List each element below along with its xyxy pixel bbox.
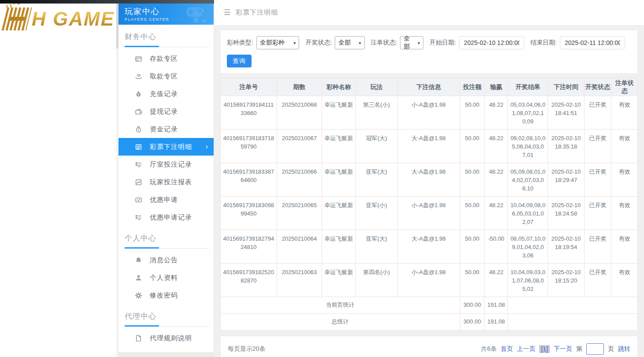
table-cell: 48.22 (485, 96, 508, 130)
table-cell: 2025-02-10 18:29:47 (548, 163, 584, 197)
jump-button[interactable]: 跳转 (618, 345, 630, 353)
query-button[interactable]: 查询 (227, 55, 252, 67)
gamepad-icon (180, 5, 209, 25)
col-header: 下注信息 (397, 78, 460, 96)
end-date-input[interactable] (560, 36, 625, 49)
table-cell: -50.00 (485, 230, 508, 264)
sidebar-item-change-password[interactable]: 修改密码 (118, 286, 214, 304)
next-page-link[interactable]: 下一页 (554, 345, 572, 353)
withdraw-hand-icon (134, 72, 142, 80)
table-cell: 50.00 (460, 264, 485, 297)
table-cell: 有效 (611, 230, 638, 264)
sidebar-bottom-track (118, 352, 214, 357)
sidebar-item-recharge-record[interactable]: ¥ 充值记录 (118, 85, 214, 103)
sidebar-item-deposit-zone[interactable]: 存款专区 (118, 50, 214, 67)
table-cell: 小-A盘@1.98 (397, 264, 460, 297)
logo-text: H GAME (32, 8, 115, 30)
table-cell: 已开奖 (584, 197, 611, 230)
draw-status-label: 开奖状态: (305, 39, 332, 47)
table-cell: 幸运飞艇新 (322, 96, 356, 130)
deposit-card-icon (134, 55, 142, 63)
sidebar-item-lottery-bet-details[interactable]: 彩票下注明细 › (118, 138, 214, 156)
sidebar-item-promo-apply[interactable]: 优惠申请 (118, 191, 214, 208)
menu-icon[interactable]: ☰ (224, 8, 230, 17)
col-header: 开奖结果 (508, 78, 548, 96)
table-cell: 05,03,04,06,01,08,07,02,10,09 (508, 96, 548, 130)
summary-label: 总统计 (221, 314, 460, 331)
start-date-input[interactable] (459, 36, 524, 49)
sidebar-item-withdraw-zone[interactable]: 取款专区 (118, 67, 214, 85)
sidebar-item-funds-record[interactable]: ¥ 资金记录 (118, 120, 214, 138)
table-cell: 2025-02-10 18:24:58 (548, 197, 584, 230)
summary-row: 当前页统计300.00191.08 (221, 297, 638, 314)
table-cell: 第三名(小) (355, 96, 397, 130)
table-cell: 2025-02-10 18:35:18 (548, 130, 584, 163)
sidebar-item-agent-rules[interactable]: 代理规则说明 (118, 329, 214, 347)
table-header-row: 注单号 期数 彩种名称 玩法 下注信息 投注额 输赢 开奖结果 下注时间 开奖状… (221, 78, 638, 96)
sidebar-item-hall-bet-record[interactable]: 厅室投注记录 (118, 156, 214, 173)
section-divider (125, 46, 209, 47)
sidebar-item-profile[interactable]: 个人资料 (118, 269, 214, 286)
table-cell: 401569173918411133660 (221, 96, 277, 130)
table-cell: 50.00 (460, 230, 485, 264)
brand-panel: H GAME (0, 0, 116, 357)
summary-row: 总统计300.00191.08 (221, 314, 638, 331)
sidebar-item-player-bet-report[interactable]: 玩家投注报表 (118, 173, 214, 191)
table-cell: 大-A盘@1.98 (397, 130, 460, 163)
table-cell: 已开奖 (584, 130, 611, 163)
summary-bet-total: 300.00 (460, 314, 485, 331)
lottery-type-select[interactable]: 全部彩种 ▾ (256, 36, 300, 49)
summary-empty (508, 297, 638, 314)
bell-icon (134, 256, 142, 264)
order-status-select[interactable]: 全部 ▾ (400, 36, 423, 49)
table-row: 40156917391825208287020250210063幸运飞艇新第四名… (221, 264, 638, 297)
table-cell: 20250210067 (277, 130, 322, 163)
table-cell: 有效 (611, 130, 638, 163)
table-cell: 小-A盘@1.98 (397, 96, 460, 130)
chevron-down-icon: ▾ (359, 41, 361, 45)
table-cell: 大-A盘@1.98 (397, 163, 460, 197)
first-page-link[interactable]: 首页 (500, 345, 513, 353)
bets-table-wrap: 注单号 期数 彩种名称 玩法 下注信息 投注额 输赢 开奖结果 下注时间 开奖状… (220, 78, 638, 331)
sidebar: 玩家中心 PLAYERS CENTER 财务中心 存款专区 取款专区 ¥ 充值记… (118, 0, 214, 357)
summary-winloss-total: 191.08 (485, 297, 508, 314)
table-cell: 50.00 (460, 197, 485, 230)
table-cell: 有效 (611, 197, 638, 230)
table-cell: 幸运飞艇新 (322, 197, 356, 230)
table-cell: 09,02,08,10,05,06,04,03,07,01 (508, 130, 548, 163)
table-cell: 已开奖 (584, 96, 611, 130)
prev-page-link[interactable]: 上一页 (517, 345, 535, 353)
table-row: 40156917391833876460020250210066幸运飞艇新亚军(… (221, 163, 638, 197)
table-cell: 20250210066 (277, 163, 322, 197)
logo[interactable]: H GAME (0, 4, 116, 34)
table-cell: 20250210065 (277, 197, 322, 230)
table-cell: 幸运飞艇新 (322, 130, 356, 163)
jump-suffix: 页 (608, 345, 614, 353)
chevron-right-icon: › (206, 143, 208, 150)
current-page[interactable]: [1] (539, 345, 550, 353)
table-cell: 401569173918309899450 (221, 197, 277, 230)
table-cell: 50.00 (460, 96, 485, 130)
table-cell: 大-A盘@1.98 (397, 230, 460, 264)
table-cell: 已开奖 (584, 230, 611, 264)
col-header: 注单号 (221, 78, 277, 96)
table-cell: 已开奖 (584, 264, 611, 297)
sidebar-item-withdraw-record[interactable]: 提现记录 (118, 103, 214, 120)
logo-mark-icon (2, 7, 32, 30)
col-header: 期数 (277, 78, 322, 96)
page-jump-input[interactable] (586, 343, 604, 355)
col-header: 输赢 (485, 78, 508, 96)
table-cell: 有效 (611, 264, 638, 297)
sidebar-item-promo-apply-record[interactable]: 优惠申请记录 (118, 208, 214, 226)
table-cell: 幸运飞艇新 (322, 163, 356, 197)
col-header: 下注时间 (548, 78, 584, 96)
table-cell: 20250210063 (277, 264, 322, 297)
sidebar-item-announcements[interactable]: 消息公告 (118, 251, 214, 269)
wallet-icon (134, 108, 142, 115)
table-cell: 第四名(小) (355, 264, 397, 297)
table-cell: 亚军(大) (355, 230, 397, 264)
page-size-text: 每页显示20条 (228, 345, 266, 353)
draw-status-select[interactable]: 全部 ▾ (335, 36, 364, 49)
filter-panel: 彩种类型: 全部彩种 ▾ 开奖状态: 全部 ▾ 注单状态: 全部 ▾ 开始日期:… (220, 30, 638, 74)
svg-text:¥: ¥ (137, 128, 139, 131)
